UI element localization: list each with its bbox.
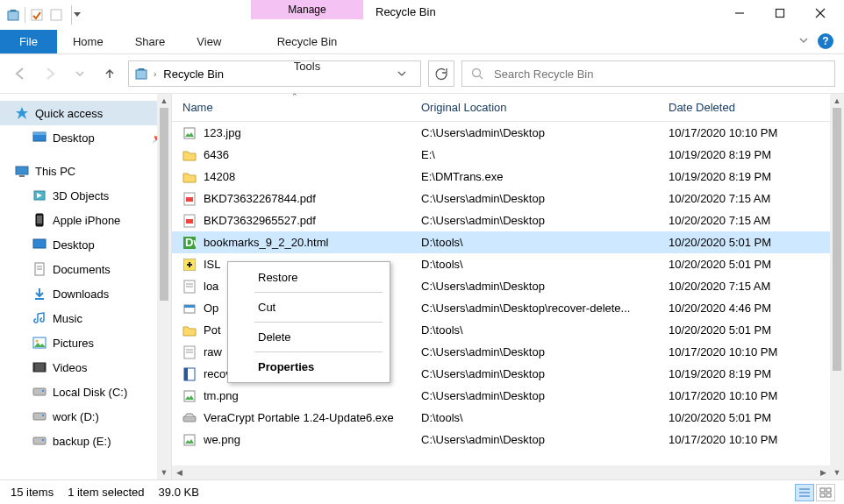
up-button[interactable] <box>98 62 121 85</box>
sidebar: Quick access Desktop 📌 This PC 3D Object… <box>0 94 172 479</box>
sidebar-item-quick-access[interactable]: Quick access <box>0 101 171 125</box>
minimize-button[interactable] <box>719 0 760 26</box>
address-dropdown-icon[interactable] <box>397 69 415 78</box>
table-row[interactable]: VeraCrypt Portable 1.24-Update6.exeD:\to… <box>172 407 844 429</box>
back-button[interactable] <box>9 62 32 85</box>
star-icon <box>14 105 30 121</box>
help-icon[interactable]: ? <box>818 33 833 49</box>
sidebar-item-downloads[interactable]: Downloads <box>0 281 171 306</box>
sidebar-item-apple-iphone[interactable]: Apple iPhone <box>0 208 171 232</box>
search-box[interactable] <box>461 60 835 87</box>
scroll-down-icon[interactable]: ▼ <box>830 465 844 479</box>
context-menu-separator <box>254 351 383 352</box>
sidebar-item-pictures[interactable]: Pictures <box>0 330 171 355</box>
scrollbar-track[interactable] <box>186 465 816 479</box>
view-tab[interactable]: View <box>181 30 237 53</box>
file-original-location: D:\tools\ <box>411 323 658 337</box>
file-icon <box>182 126 197 140</box>
context-menu-restore[interactable]: Restore <box>228 266 390 289</box>
scrollbar-thumb[interactable] <box>833 108 841 371</box>
svg-point-23 <box>36 340 39 343</box>
table-row[interactable]: Dwbookmarks_9_2_20.htmlD:\tools\10/20/20… <box>172 231 844 253</box>
sidebar-item-documents[interactable]: Documents <box>0 257 171 281</box>
details-view-icon[interactable] <box>795 484 814 501</box>
sidebar-item-label: Pictures <box>53 337 94 350</box>
svg-rect-0 <box>8 11 18 20</box>
scroll-right-icon[interactable]: ▶ <box>816 465 830 479</box>
file-name: raw <box>204 345 222 358</box>
refresh-button[interactable] <box>428 60 454 87</box>
sidebar-item-local-disk-c-[interactable]: Local Disk (C:) <box>0 380 171 404</box>
table-row[interactable]: 6436E:\10/19/2020 8:19 PM <box>172 144 844 166</box>
file-date-deleted: 10/17/2020 10:10 PM <box>658 433 844 446</box>
table-row[interactable]: BKD73632965527.pdfC:\Users\admin\Desktop… <box>172 209 844 231</box>
sidebar-item-label: Documents <box>53 263 111 276</box>
sidebar-item-work-d-[interactable]: work (D:) <box>0 404 171 429</box>
context-menu-delete[interactable]: Delete <box>228 325 390 349</box>
maximize-button[interactable] <box>760 0 800 26</box>
table-row[interactable]: BKD73632267844.pdfC:\Users\admin\Desktop… <box>172 188 844 209</box>
table-row[interactable]: tm.pngC:\Users\admin\Desktop10/17/2020 1… <box>172 385 844 407</box>
context-menu-properties[interactable]: Properties <box>228 355 390 379</box>
sidebar-item-label: Desktop <box>53 131 95 145</box>
video-icon <box>32 359 47 375</box>
search-input[interactable] <box>492 67 826 82</box>
main-scrollbar-horizontal[interactable]: ◀ ▶ <box>172 465 830 479</box>
sidebar-item-label: Desktop <box>53 238 95 252</box>
file-original-location: D:\tools\ <box>411 411 658 424</box>
sidebar-item-3d-objects[interactable]: 3D Objects <box>0 183 171 208</box>
share-tab[interactable]: Share <box>119 30 182 53</box>
large-icons-view-icon[interactable] <box>816 484 835 501</box>
file-original-location: C:\Users\admin\Desktop <box>411 389 658 402</box>
qat-blank-icon[interactable] <box>48 7 64 23</box>
close-button[interactable] <box>800 0 840 26</box>
forward-button[interactable] <box>39 62 61 85</box>
sidebar-item-music[interactable]: Music <box>0 306 171 330</box>
svg-point-8 <box>473 69 481 77</box>
column-name[interactable]: Name ⌃ <box>172 94 411 121</box>
table-row[interactable]: 123.jpgC:\Users\admin\Desktop10/17/2020 … <box>172 122 844 144</box>
home-tab[interactable]: Home <box>57 30 119 53</box>
context-menu-cut[interactable]: Cut <box>228 295 390 319</box>
column-label: Date Deleted <box>669 101 735 114</box>
file-name: Op <box>204 302 218 315</box>
file-original-location: C:\Users\admin\Desktop <box>411 367 658 380</box>
file-icon <box>182 148 197 162</box>
scroll-left-icon[interactable]: ◀ <box>172 465 186 479</box>
table-row[interactable]: we.pngC:\Users\admin\Desktop10/17/2020 1… <box>172 429 844 451</box>
ribbon-tabs: File Home Share View Recycle Bin Tools ? <box>0 30 844 54</box>
recent-locations-icon[interactable] <box>68 62 91 85</box>
column-date-deleted[interactable]: Date Deleted <box>658 94 844 121</box>
svg-rect-17 <box>33 239 46 248</box>
column-headers: Name ⌃ Original Location Date Deleted <box>172 94 844 122</box>
svg-line-6 <box>816 9 825 18</box>
3d-icon <box>32 188 47 203</box>
sidebar-item-videos[interactable]: Videos <box>0 355 171 380</box>
sidebar-scrollbar[interactable]: ▲ ▼ <box>157 94 171 479</box>
chevron-right-icon[interactable]: › <box>154 69 156 79</box>
scroll-up-icon[interactable]: ▲ <box>830 94 844 108</box>
file-tab[interactable]: File <box>0 30 57 53</box>
file-date-deleted: 10/20/2020 5:01 PM <box>658 236 844 249</box>
sidebar-item-label: Music <box>53 312 82 325</box>
sidebar-item-desktop[interactable]: Desktop <box>0 232 171 257</box>
column-original-location[interactable]: Original Location <box>411 94 658 121</box>
qat-dropdown-icon[interactable] <box>71 5 82 25</box>
main-scrollbar-vertical[interactable]: ▲ ▼ <box>830 94 844 479</box>
file-date-deleted: 10/20/2020 7:15 AM <box>658 280 844 293</box>
properties-qat-icon[interactable] <box>29 7 45 23</box>
scroll-up-icon[interactable]: ▲ <box>157 94 171 108</box>
sidebar-item-desktop-qa[interactable]: Desktop 📌 <box>0 125 171 150</box>
scroll-down-icon[interactable]: ▼ <box>157 465 171 479</box>
scrollbar-track[interactable] <box>830 371 844 465</box>
sidebar-item-backup-e-[interactable]: backup (E:) <box>0 429 171 453</box>
sidebar-item-this-pc[interactable]: This PC <box>0 159 171 183</box>
recycle-bin-tools-tab[interactable]: Recycle Bin Tools <box>251 30 363 79</box>
file-icon <box>182 433 197 447</box>
address-crumb[interactable]: Recycle Bin <box>161 67 225 81</box>
ribbon-collapse-icon[interactable] <box>798 35 809 46</box>
table-row[interactable]: 14208E:\DMTrans.exe10/19/2020 8:19 PM <box>172 166 844 188</box>
scrollbar-thumb[interactable] <box>160 108 168 301</box>
scrollbar-track[interactable] <box>157 301 171 465</box>
svg-rect-24 <box>33 363 46 372</box>
